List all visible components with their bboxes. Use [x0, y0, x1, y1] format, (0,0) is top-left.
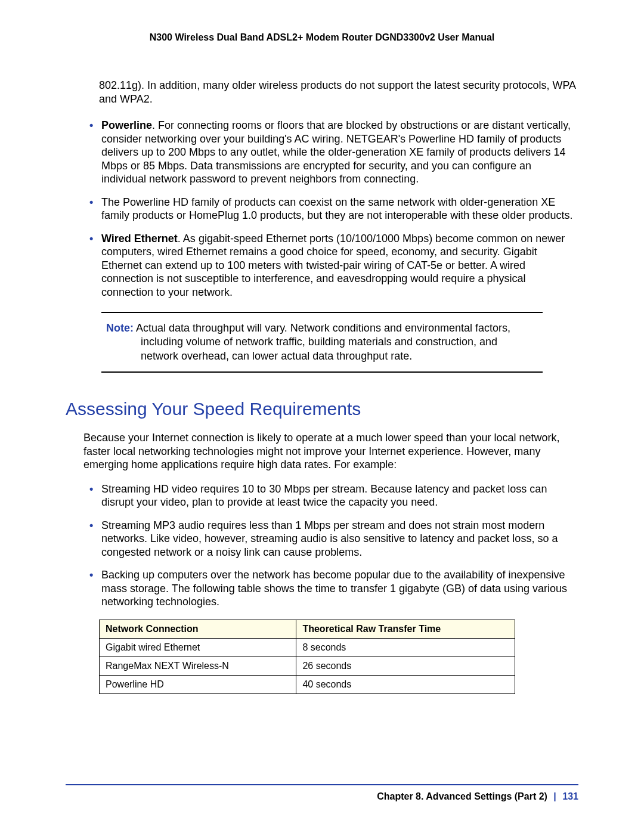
table-cell: 8 seconds — [296, 638, 515, 657]
table-cell: 26 seconds — [296, 657, 515, 675]
table-cell: 40 seconds — [296, 675, 515, 693]
section-bullet-list: Streaming HD video requires 10 to 30 Mbp… — [66, 482, 578, 609]
table-row: Powerline HD 40 seconds — [100, 675, 515, 693]
note-rule-bottom — [101, 371, 543, 373]
table-row: Gigabit wired Ethernet 8 seconds — [100, 638, 515, 657]
list-item: Wired Ethernet. As gigabit-speed Etherne… — [89, 232, 578, 299]
table-header: Theoretical Raw Transfer Time — [296, 620, 515, 638]
list-item: Powerline. For connecting rooms or floor… — [89, 119, 578, 186]
table-cell: RangeMax NEXT Wireless-N — [100, 657, 296, 675]
page-footer: Chapter 8. Advanced Settings (Part 2) | … — [66, 784, 578, 802]
table-cell: Gigabit wired Ethernet — [100, 638, 296, 657]
list-item: Backing up computers over the network ha… — [89, 568, 578, 609]
section-heading: Assessing Your Speed Requirements — [66, 399, 578, 419]
bullet-text: The Powerline HD family of products can … — [101, 196, 572, 222]
list-item: Streaming HD video requires 10 to 30 Mbp… — [89, 482, 578, 509]
footer-chapter: Chapter 8. Advanced Settings (Part 2) — [377, 791, 547, 801]
list-item: Streaming MP3 audio requires less than 1… — [89, 519, 578, 559]
footer-separator: | — [550, 791, 559, 801]
note-box: Note: Actual data throughput will vary. … — [101, 312, 543, 373]
note-text: Actual data throughput will vary. Networ… — [136, 322, 510, 362]
continuation-paragraph: 802.11g). In addition, many older wirele… — [99, 79, 578, 106]
note-label: Note: — [106, 322, 134, 334]
footer-page-number: 131 — [562, 791, 578, 801]
transfer-time-table: Network Connection Theoretical Raw Trans… — [99, 620, 515, 694]
bullet-lead: Powerline — [101, 119, 152, 131]
list-item: The Powerline HD family of products can … — [89, 196, 578, 222]
section-intro: Because your Internet connection is like… — [83, 431, 578, 472]
table-row: RangeMax NEXT Wireless-N 26 seconds — [100, 657, 515, 675]
bullet-lead: Wired Ethernet — [101, 233, 178, 244]
running-header: N300 Wireless Dual Band ADSL2+ Modem Rou… — [66, 32, 578, 43]
table-cell: Powerline HD — [100, 675, 296, 693]
footer-rule — [66, 784, 578, 785]
table-header: Network Connection — [100, 620, 296, 638]
top-bullet-list: Powerline. For connecting rooms or floor… — [66, 119, 578, 299]
bullet-text: . For connecting rooms or floors that ar… — [101, 119, 571, 185]
